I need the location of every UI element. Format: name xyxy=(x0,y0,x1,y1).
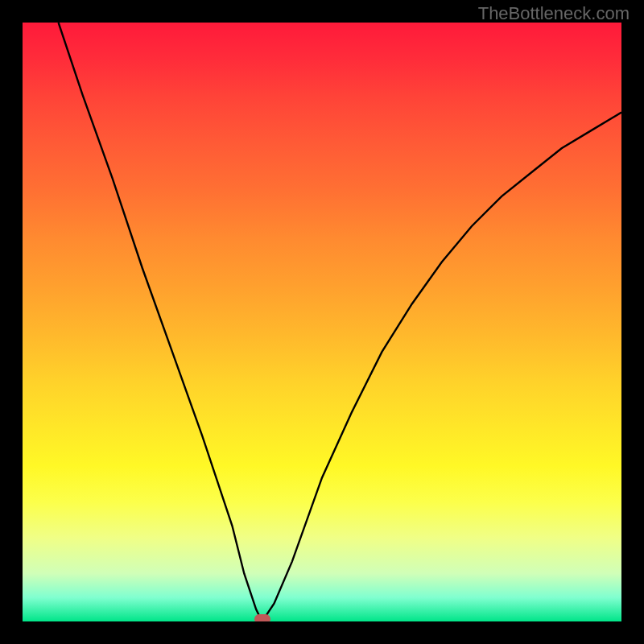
plot-area xyxy=(23,23,621,621)
curve-svg xyxy=(23,23,621,621)
bottleneck-curve xyxy=(59,23,621,621)
watermark-text: TheBottleneck.com xyxy=(478,3,630,24)
optimum-marker xyxy=(254,614,270,621)
